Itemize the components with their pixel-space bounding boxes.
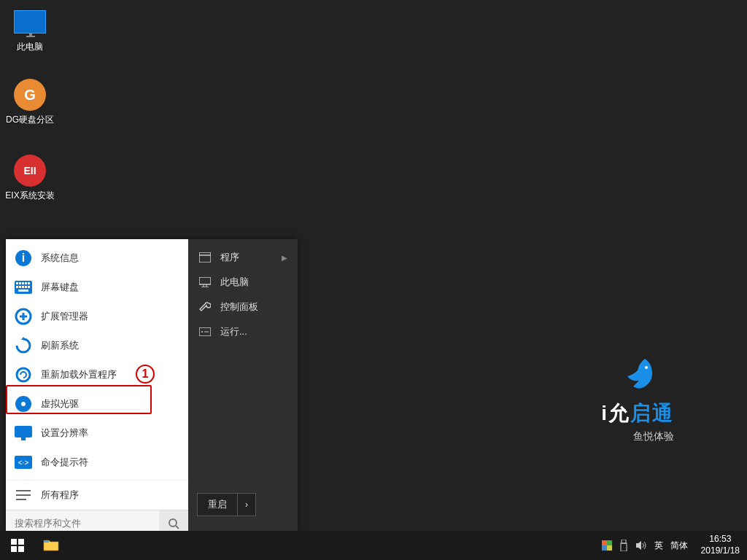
svg-rect-8	[28, 282, 30, 284]
brand-logo: i允启通 鱼悦体验	[601, 353, 674, 443]
tray-usb-icon[interactable]	[619, 540, 628, 551]
clock-date: 2019/1/18	[701, 545, 740, 557]
tray-colorful-icon[interactable]	[602, 540, 612, 551]
tray-ime-mode[interactable]: 简体	[670, 540, 688, 552]
disc-icon	[15, 395, 32, 413]
restart-button[interactable]: 重启	[197, 493, 238, 516]
menu-item-label: 虚拟光驱	[41, 397, 79, 411]
svg-rect-21	[15, 426, 32, 438]
desktop-icon-label: 此电脑	[4, 41, 55, 53]
svg-text:i: i	[22, 252, 25, 264]
menu-item-virtual-cd[interactable]: 虚拟光驱	[6, 389, 188, 419]
desktop-icon-eix-install[interactable]: EII EIX系统安装	[4, 155, 55, 202]
menu-item-label: 重新加载外置程序	[41, 368, 117, 381]
svg-rect-14	[18, 289, 28, 292]
menu-item-command-prompt[interactable]: <·> 命令提示符	[6, 448, 188, 477]
svg-rect-13	[28, 286, 30, 288]
power-row: 重启 ›	[188, 487, 298, 525]
menu-item-system-info[interactable]: i 系统信息	[6, 244, 188, 273]
pc-icon	[198, 276, 212, 289]
menu-item-programs[interactable]: 程序 ▶	[188, 245, 298, 270]
menu-item-label: 此电脑	[220, 276, 249, 289]
menu-item-this-pc[interactable]: 此电脑	[188, 270, 298, 295]
svg-rect-45	[607, 540, 612, 545]
svg-point-0	[645, 366, 648, 369]
taskbar-item-explorer[interactable]	[35, 533, 67, 558]
svg-rect-4	[16, 282, 18, 284]
start-button[interactable]	[0, 531, 35, 560]
menu-item-label: 扩展管理器	[41, 310, 88, 323]
chevron-right-icon: ▶	[282, 254, 287, 262]
search-icon	[168, 518, 179, 529]
tray-volume-icon[interactable]	[635, 540, 647, 551]
svg-point-37	[201, 331, 203, 332]
menu-item-label: 控制面板	[220, 300, 258, 314]
menu-item-extension-manager[interactable]: 扩展管理器	[6, 302, 188, 331]
folder-icon	[43, 538, 59, 551]
svg-rect-48	[622, 540, 626, 543]
svg-rect-6	[22, 282, 24, 284]
g-circle-icon: G	[14, 79, 46, 111]
desktop-icon-label: EIX系统安装	[4, 190, 55, 202]
desktop-icon-dg-partition[interactable]: G DG硬盘分区	[4, 79, 55, 126]
svg-rect-47	[607, 545, 612, 551]
brand-sub: 鱼悦体验	[601, 430, 674, 443]
svg-rect-22	[21, 438, 26, 440]
info-icon: i	[15, 249, 32, 267]
brand-name: i允启通	[601, 400, 674, 427]
menu-item-label: 设置分辨率	[41, 427, 88, 440]
menu-item-on-screen-keyboard[interactable]: 屏幕键盘	[6, 273, 188, 302]
keyboard-icon	[15, 279, 32, 296]
menu-item-label: 命令提示符	[41, 456, 88, 469]
svg-point-28	[169, 519, 177, 526]
menu-item-reload-external[interactable]: 重新加载外置程序	[6, 360, 188, 389]
start-menu-left: i 系统信息 屏幕键盘 扩展管理器 刷新系统 重新加载外置程序 虚拟光驱	[6, 239, 188, 531]
tray-clock[interactable]: 16:53 2019/1/18	[695, 534, 746, 556]
menu-item-control-panel[interactable]: 控制面板	[188, 295, 298, 319]
svg-point-20	[21, 402, 26, 406]
desktop-icon-label: DG硬盘分区	[4, 114, 55, 126]
system-tray: 英 简体 16:53 2019/1/18	[602, 534, 747, 556]
svg-rect-9	[16, 286, 18, 288]
svg-rect-41	[11, 546, 17, 552]
taskbar: 英 简体 16:53 2019/1/18	[0, 531, 747, 560]
menu-item-label: 刷新系统	[41, 339, 79, 352]
menu-item-run[interactable]: 运行...	[188, 319, 298, 344]
run-icon	[198, 325, 212, 338]
svg-rect-49	[621, 543, 627, 551]
svg-rect-43	[44, 540, 49, 542]
svg-rect-7	[25, 282, 27, 284]
menu-item-label: 系统信息	[41, 252, 79, 265]
svg-rect-30	[199, 252, 211, 262]
wrench-icon	[198, 300, 212, 314]
restart-more-button[interactable]: ›	[238, 493, 256, 516]
windows-icon	[11, 539, 24, 552]
fish-icon	[617, 353, 658, 394]
svg-rect-12	[25, 286, 27, 288]
svg-rect-39	[11, 539, 17, 545]
menu-item-set-resolution[interactable]: 设置分辨率	[6, 419, 188, 448]
plus-circle-icon	[15, 308, 32, 325]
svg-rect-44	[602, 540, 607, 545]
menu-item-all-programs[interactable]: 所有程序	[6, 480, 188, 510]
svg-rect-46	[602, 545, 607, 551]
menu-item-refresh-system[interactable]: 刷新系统	[6, 331, 188, 360]
window-icon	[198, 251, 212, 264]
svg-rect-42	[18, 546, 24, 552]
tray-ime-lang[interactable]: 英	[654, 540, 663, 552]
svg-rect-32	[199, 277, 211, 284]
svg-rect-11	[22, 286, 24, 288]
terminal-icon: <·>	[15, 454, 32, 471]
svg-rect-40	[18, 539, 24, 545]
clock-time: 16:53	[701, 534, 740, 545]
svg-rect-10	[19, 286, 21, 288]
menu-item-label: 屏幕键盘	[41, 281, 79, 294]
reload-icon	[15, 366, 32, 384]
svg-line-29	[176, 526, 179, 529]
svg-point-18	[17, 368, 30, 381]
menu-item-label: 所有程序	[41, 489, 79, 502]
menu-item-label: 运行...	[220, 325, 247, 338]
desktop-icon-this-pc[interactable]: 此电脑	[4, 6, 55, 53]
monitor-icon	[14, 10, 46, 34]
start-menu: i 系统信息 屏幕键盘 扩展管理器 刷新系统 重新加载外置程序 虚拟光驱	[6, 239, 298, 531]
